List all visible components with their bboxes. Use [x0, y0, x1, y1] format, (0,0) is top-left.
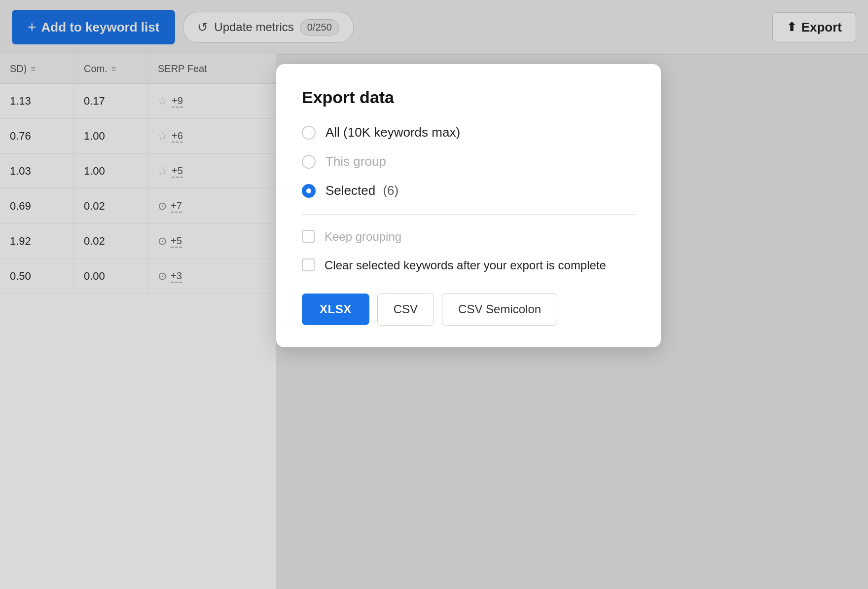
radio-label-all: All (10K keywords max): [326, 125, 460, 140]
export-modal: Export data All (10K keywords max) This …: [276, 64, 661, 347]
radio-circle-selected: [302, 184, 316, 198]
checkbox-group: Keep grouping Clear selected keywords af…: [302, 228, 635, 273]
radio-option-all[interactable]: All (10K keywords max): [302, 125, 635, 140]
radio-option-group[interactable]: This group: [302, 154, 635, 169]
checkbox-label-keep-grouping: Keep grouping: [325, 228, 401, 245]
radio-option-selected[interactable]: Selected (6): [302, 183, 635, 198]
modal-title: Export data: [302, 88, 635, 107]
checkbox-box-clear-selected: [302, 258, 315, 271]
xlsx-button[interactable]: XLSX: [302, 294, 369, 325]
radio-label-group: This group: [326, 154, 386, 169]
radio-group: All (10K keywords max) This group Select…: [302, 125, 635, 198]
checkbox-label-clear-selected: Clear selected keywords after your expor…: [325, 257, 606, 274]
radio-circle-all: [302, 126, 316, 140]
csv-button[interactable]: CSV: [377, 293, 434, 326]
export-buttons: XLSX CSV CSV Semicolon: [302, 293, 635, 326]
checkbox-keep-grouping[interactable]: Keep grouping: [302, 228, 635, 245]
checkbox-clear-selected[interactable]: Clear selected keywords after your expor…: [302, 257, 635, 274]
checkbox-box-keep-grouping: [302, 230, 315, 243]
divider: [302, 214, 635, 215]
radio-circle-group: [302, 155, 316, 169]
selected-count: (6): [383, 183, 398, 198]
radio-label-selected: Selected (6): [326, 183, 398, 198]
csv-semicolon-button[interactable]: CSV Semicolon: [442, 293, 557, 326]
